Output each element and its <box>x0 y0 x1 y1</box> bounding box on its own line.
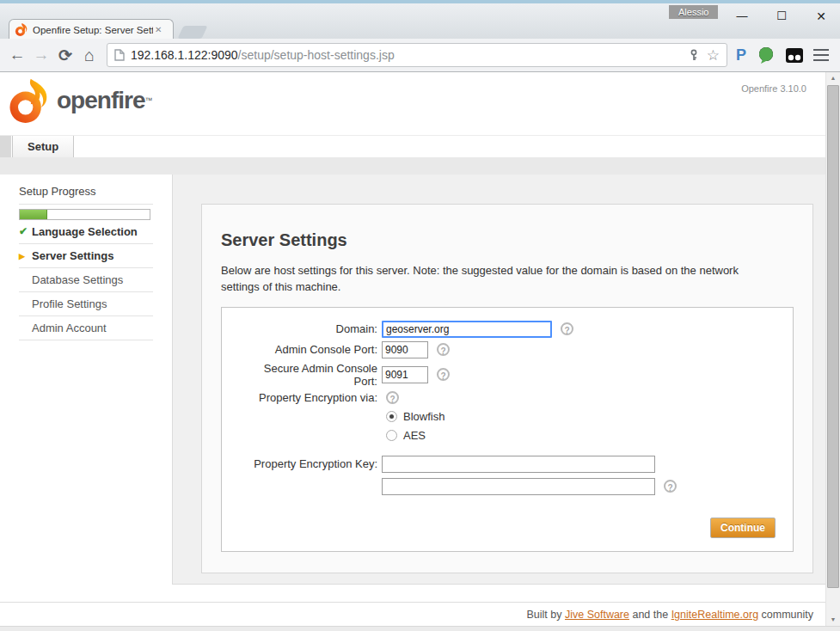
blowfish-radio-label[interactable]: Blowfish <box>403 410 445 423</box>
sidebar-item-label: Language Selection <box>32 225 138 238</box>
page-description: Below are host settings for this server.… <box>221 263 780 296</box>
admin-port-row: Admin Console Port: ? <box>237 341 777 358</box>
extension-p-icon[interactable]: P <box>736 46 746 64</box>
secondary-nav-bar <box>0 157 825 175</box>
admin-port-help-icon[interactable]: ? <box>437 343 450 356</box>
encryption-key-confirm-input[interactable] <box>382 478 655 495</box>
profile-name-badge[interactable]: Alessio <box>669 5 718 19</box>
tab-title: Openfire Setup: Server Sett <box>33 25 153 35</box>
footer-text: and the <box>629 609 671 621</box>
page-viewport: openfire ™ Openfire 3.10.0 Setup Server … <box>0 72 825 626</box>
menu-icon[interactable] <box>813 54 829 57</box>
forward-icon[interactable]: → <box>29 46 53 64</box>
password-key-icon[interactable] <box>688 49 700 61</box>
sidebar-item-admin-account[interactable]: Admin Account <box>19 316 153 340</box>
server-settings-form: Domain: ? Admin Console Port: ? Secure A… <box>221 307 794 552</box>
encryption-key-help-icon[interactable]: ? <box>664 480 677 493</box>
admin-port-label: Admin Console Port: <box>237 343 382 356</box>
url-host: 192.168.1.122:9090 <box>131 48 238 62</box>
main-content-box: Server Settings Below are host settings … <box>201 204 813 573</box>
openfire-favicon-icon <box>15 23 28 36</box>
sidebar-item-profile-settings[interactable]: Profile Settings <box>19 292 153 316</box>
minimize-button[interactable]: — <box>729 9 755 24</box>
site-header: openfire ™ Openfire 3.10.0 <box>0 72 825 135</box>
encryption-key-confirm-row: ? <box>237 478 777 495</box>
blowfish-radio[interactable] <box>386 411 397 422</box>
close-button[interactable]: ✕ <box>808 9 834 24</box>
browser-tab[interactable]: Openfire Setup: Server Sett ✕ <box>9 19 174 40</box>
openfire-logo: openfire ™ <box>7 77 152 124</box>
check-icon: ✔ <box>19 225 28 237</box>
encryption-label: Property Encryption via: <box>237 391 382 404</box>
jive-software-link[interactable]: Jive Software <box>565 609 629 621</box>
domain-input[interactable] <box>382 321 552 338</box>
nav-left-nub <box>0 136 11 158</box>
home-icon[interactable]: ⌂ <box>77 46 101 65</box>
address-bar[interactable]: 192.168.1.122:9090/setup/setup-host-sett… <box>107 43 727 67</box>
secure-port-help-icon[interactable]: ? <box>437 368 450 381</box>
footer-text: community <box>758 609 813 621</box>
nav-tab-row: Setup <box>0 135 825 157</box>
aes-radio-row: AES <box>386 429 777 442</box>
browser-scrollbar[interactable]: ▲ ▼ <box>825 72 840 626</box>
bookmark-star-icon[interactable]: ☆ <box>707 46 720 64</box>
footer-text: Built by <box>526 609 564 621</box>
secure-port-input[interactable] <box>382 366 428 383</box>
continue-button[interactable]: Continue <box>710 518 776 538</box>
main-panel-background: Server Settings Below are host settings … <box>172 175 825 585</box>
titlebar[interactable]: Openfire Setup: Server Sett ✕ Alessio — … <box>0 3 840 39</box>
encryption-key-label: Property Encryption Key: <box>237 457 382 470</box>
setup-progress-sidebar: Setup Progress ✔ Language Selection ▶ Se… <box>19 185 153 340</box>
sidebar-item-label: Admin Account <box>32 322 107 334</box>
encryption-key-input[interactable] <box>382 456 655 473</box>
page-footer: Built by Jive Software and the IgniteRea… <box>0 602 825 626</box>
continue-row: Continue <box>237 518 777 538</box>
new-tab-button[interactable] <box>178 26 208 39</box>
scroll-down-icon[interactable]: ▼ <box>826 614 840 626</box>
tab-setup[interactable]: Setup <box>12 136 74 158</box>
tab-close-icon[interactable]: ✕ <box>155 25 162 34</box>
browser-toolbar: ← → ⟳ ⌂ 192.168.1.122:9090/setup/setup-h… <box>0 39 840 72</box>
page-title: Server Settings <box>221 230 794 250</box>
admin-port-input[interactable] <box>382 341 428 358</box>
igniterealtime-link[interactable]: IgniteRealtime.org <box>671 609 758 621</box>
domain-label: Domain: <box>237 322 382 335</box>
encryption-row: Property Encryption via: ? <box>237 391 777 404</box>
scroll-up-icon[interactable]: ▲ <box>826 72 840 84</box>
logo-trademark: ™ <box>144 96 152 105</box>
secure-port-label: Secure Admin Console Port: <box>237 362 382 388</box>
current-step-arrow-icon: ▶ <box>19 252 25 260</box>
sidebar-item-language-selection[interactable]: ✔ Language Selection <box>19 220 153 244</box>
url-path: /setup/setup-host-settings.jsp <box>238 48 395 62</box>
domain-help-icon[interactable]: ? <box>561 322 573 335</box>
browser-window: Openfire Setup: Server Sett ✕ Alessio — … <box>0 0 840 631</box>
domain-row: Domain: ? <box>237 321 777 338</box>
reload-icon[interactable]: ⟳ <box>53 46 77 65</box>
extension-green-bubble-icon[interactable] <box>758 47 774 64</box>
sidebar-item-label: Database Settings <box>32 273 123 286</box>
blowfish-radio-row: Blowfish <box>386 410 777 423</box>
encryption-help-icon[interactable]: ? <box>386 391 399 404</box>
progress-bar-fill <box>20 210 47 219</box>
extension-camera-icon[interactable] <box>786 48 803 63</box>
sidebar-item-database-settings[interactable]: Database Settings <box>19 268 153 292</box>
sidebar-item-label: Profile Settings <box>32 297 107 310</box>
back-icon[interactable]: ← <box>5 46 29 64</box>
url-text[interactable]: 192.168.1.122:9090/setup/setup-host-sett… <box>131 48 688 62</box>
sidebar-item-server-settings[interactable]: ▶ Server Settings <box>19 244 153 268</box>
logo-wordmark: openfire <box>57 87 144 114</box>
aes-radio[interactable] <box>386 430 397 441</box>
progress-bar <box>19 209 150 220</box>
maximize-button[interactable]: ☐ <box>769 9 794 24</box>
sidebar-item-label: Server Settings <box>32 249 113 262</box>
encryption-key-row: Property Encryption Key: <box>237 456 777 473</box>
version-label: Openfire 3.10.0 <box>741 83 806 94</box>
aes-radio-label[interactable]: AES <box>403 429 426 442</box>
openfire-logo-icon <box>7 77 52 124</box>
sidebar-title: Setup Progress <box>19 185 153 205</box>
scrollbar-thumb[interactable] <box>827 85 839 588</box>
window-bottom-border <box>0 626 840 631</box>
content-area: Server Settings Below are host settings … <box>0 175 825 602</box>
secure-port-row: Secure Admin Console Port: ? <box>237 362 777 388</box>
page-icon <box>114 49 125 61</box>
